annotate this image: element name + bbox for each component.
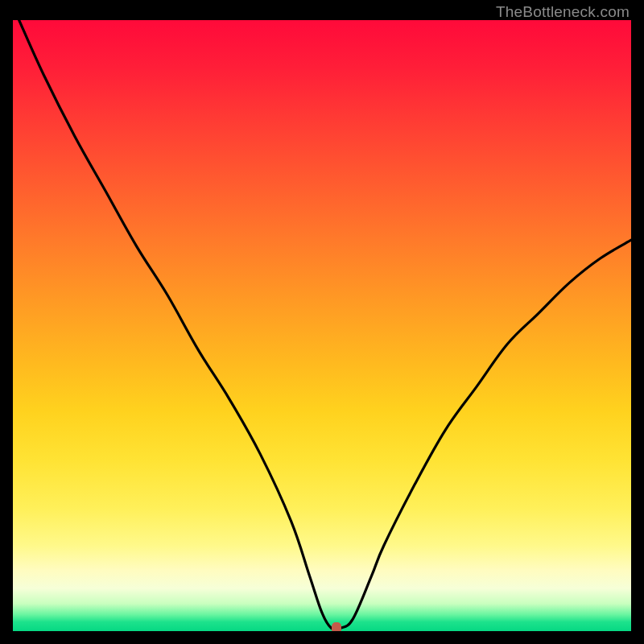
watermark-text: TheBottleneck.com <box>496 3 630 21</box>
bottleneck-curve <box>13 20 631 631</box>
chart-frame: TheBottleneck.com <box>0 0 644 644</box>
plot-area <box>13 20 631 631</box>
optimal-point-marker <box>332 622 341 631</box>
